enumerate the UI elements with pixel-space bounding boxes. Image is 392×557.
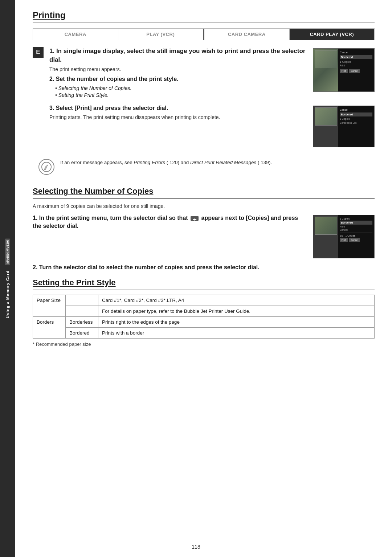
step3-body: Printing starts. The print setting menu …: [49, 114, 306, 120]
table-cell-bordered-value: Prints with a border: [98, 328, 375, 339]
footer-note: * Recommended paper size: [33, 341, 375, 347]
sidebar-badge: MV650i MV630i: [5, 239, 10, 265]
table-cell-paper-col2b: [66, 306, 98, 317]
table-row: Borders Borderless Prints right to the e…: [33, 317, 375, 328]
main-content: Printing CAMERA PLAY (VCR) CARD CAMERA C…: [15, 0, 392, 557]
table-row: Bordered Prints with a border: [33, 328, 375, 339]
tab-bar: CAMERA PLAY (VCR) CARD CAMERA CARD PLAY …: [33, 28, 375, 40]
table-cell-paper-value2: For details on paper type, refer to the …: [98, 306, 375, 317]
note-icon: [38, 159, 54, 175]
section-title-print-style: Setting the Print Style: [33, 278, 375, 290]
table-cell-borderless-label: Borderless: [66, 317, 98, 328]
page-title: Printing: [33, 10, 375, 23]
tab-card-play-vcr[interactable]: CARD PLAY (VCR): [290, 29, 375, 40]
table-cell-borderless-value: Prints right to the edges of the page: [98, 317, 375, 328]
step1-heading: 1. In single image display, select the s…: [49, 47, 306, 64]
step2-heading: 2. Set the number of copies and the prin…: [49, 75, 306, 83]
copies-step2-heading: 2. Turn the selector dial to select the …: [33, 263, 375, 271]
note-box: If an error message appears, see Printin…: [33, 155, 375, 179]
table-cell-paper-col2: [66, 295, 98, 306]
copies-desc: A maximum of 9 copies can be selected fo…: [33, 203, 375, 209]
section-title-copies: Selecting the Number of Copies: [33, 187, 375, 199]
sidebar-label: Using a Memory Card: [5, 270, 10, 318]
screen-thumb-2: Cancel Bordered 1 Copies Borderless LTR: [313, 106, 375, 147]
copies-step1-heading: 1. In the print setting menu, turn the s…: [33, 214, 306, 230]
table-row: For details on paper type, refer to the …: [33, 306, 375, 317]
tab-play-vcr[interactable]: PLAY (VCR): [118, 29, 204, 40]
table-cell-paper-label: Paper Size: [33, 295, 66, 317]
table-row: Paper Size Card #1*, Card #2*, Card #3*,…: [33, 295, 375, 306]
table-cell-borders-label: Borders: [33, 317, 66, 339]
table-cell-paper-value1: Card #1*, Card #2*, Card #3*,LTR, A4: [98, 295, 375, 306]
print-style-table: Paper Size Card #1*, Card #2*, Card #3*,…: [33, 295, 375, 339]
screen-thumb-1: Cancel Bordered 1 Copies Print Find Canc…: [313, 48, 375, 99]
sidebar: MV650i MV630i Using a Memory Card: [0, 0, 15, 557]
e-badge: E: [33, 47, 44, 58]
selector-icon: ◀▶: [191, 216, 199, 221]
screen-thumb-3: 1 Copies Bordered Print Cancel SET 1 Cop…: [313, 215, 375, 258]
step2-bullet2: Setting the Print Style.: [55, 92, 306, 98]
tab-card-camera[interactable]: CARD CAMERA: [204, 29, 290, 40]
table-cell-bordered-label: Bordered: [66, 328, 98, 339]
tab-camera[interactable]: CAMERA: [33, 29, 118, 40]
step2-bullet1: Selecting the Number of Copies.: [55, 85, 306, 91]
step3-heading: 3. Select [Print] and press the selector…: [49, 104, 306, 112]
note-text: If an error message appears, see Printin…: [60, 159, 272, 166]
step1-body: The print setting menu appears.: [49, 66, 306, 72]
page-number: 118: [192, 544, 200, 550]
